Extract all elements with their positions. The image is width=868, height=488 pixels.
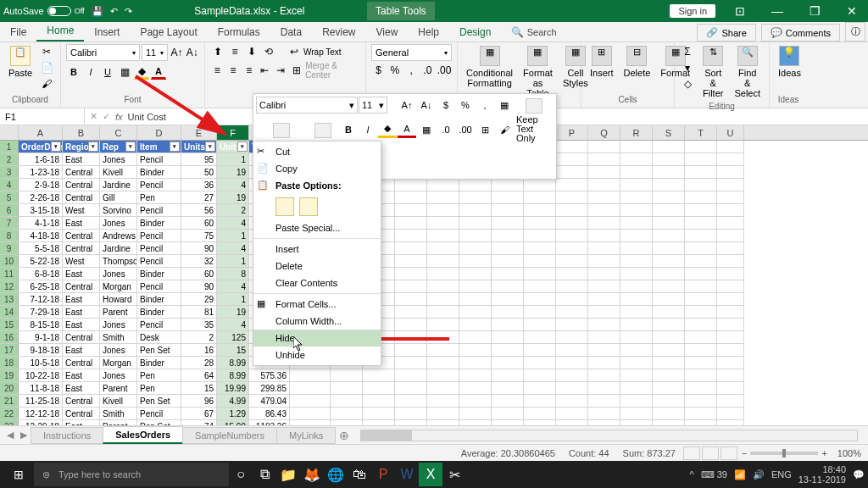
- cortana-icon[interactable]: ○: [229, 463, 253, 486]
- app-word-icon[interactable]: W: [395, 463, 419, 486]
- signin-button[interactable]: Sign in: [670, 4, 715, 18]
- app-excel-icon[interactable]: X: [419, 463, 442, 486]
- table-cell[interactable]: East: [63, 293, 100, 306]
- mini-font-combo[interactable]: Calibri▾: [256, 97, 358, 114]
- zoom-level[interactable]: 100%: [837, 448, 861, 458]
- col-header-E[interactable]: E: [181, 125, 217, 140]
- decrease-font-icon[interactable]: A↓: [186, 45, 199, 60]
- app-explorer-icon[interactable]: 📁: [276, 463, 300, 486]
- table-cell[interactable]: Binder: [137, 306, 181, 319]
- table-cell[interactable]: 1: [217, 230, 249, 242]
- table-cell[interactable]: Pencil: [137, 242, 181, 255]
- border-button[interactable]: ▦: [117, 64, 132, 80]
- font-name-combo[interactable]: Calibri▾: [66, 44, 140, 61]
- align-bottom-icon[interactable]: ⬇: [244, 44, 259, 59]
- mini-size-combo[interactable]: 11▾: [359, 97, 387, 114]
- table-cell[interactable]: 56: [181, 204, 217, 217]
- orientation-icon[interactable]: ⟲: [261, 44, 276, 59]
- clear-icon[interactable]: ◇: [680, 76, 695, 92]
- table-cell[interactable]: 28: [181, 357, 217, 369]
- font-color-button[interactable]: A: [151, 64, 166, 80]
- table-cell[interactable]: 4.99: [217, 395, 249, 408]
- sheet-instructions[interactable]: Instructions: [31, 427, 103, 444]
- table-cell[interactable]: Binder: [137, 268, 181, 280]
- table-cell[interactable]: 96: [181, 395, 217, 408]
- col-header-R[interactable]: R: [620, 125, 653, 140]
- table-cell[interactable]: East: [63, 382, 100, 395]
- ctx-clear-contents[interactable]: Clear Contents: [253, 274, 381, 291]
- table-cell[interactable]: Smith: [100, 408, 137, 420]
- tab-formulas[interactable]: Formulas: [208, 23, 270, 42]
- table-cell[interactable]: East: [63, 306, 100, 319]
- col-header-F[interactable]: F: [217, 125, 249, 140]
- mini-percent-icon[interactable]: %: [456, 97, 475, 114]
- table-cell[interactable]: Pen: [137, 382, 181, 395]
- app-firefox-icon[interactable]: 🦊: [300, 463, 324, 486]
- table-cell[interactable]: 1183.26: [249, 420, 290, 425]
- conditional-formatting-button[interactable]: ▦Conditional Formatting: [463, 44, 516, 90]
- table-cell[interactable]: 1.29: [217, 408, 249, 420]
- table-cell[interactable]: 12-29-18: [19, 420, 63, 425]
- table-cell[interactable]: 36: [181, 179, 217, 191]
- table-cell[interactable]: West: [63, 255, 100, 268]
- mini-fontcolor-icon[interactable]: A: [398, 121, 416, 138]
- horizontal-scrollbar[interactable]: [360, 430, 858, 441]
- table-cell[interactable]: Howard: [100, 293, 137, 306]
- table-cell[interactable]: Pen Set: [137, 395, 181, 408]
- table-cell[interactable]: 19.99: [217, 382, 249, 395]
- table-cell[interactable]: East: [63, 153, 100, 166]
- tray-input-icon[interactable]: ⌨ 39: [701, 469, 727, 480]
- mini-inc-decimal-icon[interactable]: .0: [437, 121, 455, 138]
- table-cell[interactable]: 2: [181, 331, 217, 344]
- table-cell[interactable]: 4: [217, 179, 249, 191]
- table-cell[interactable]: 4: [217, 280, 249, 293]
- sheet-nav-next[interactable]: ▶: [17, 430, 31, 441]
- table-cell[interactable]: East: [63, 268, 100, 280]
- fx-icon[interactable]: fx: [115, 112, 123, 122]
- table-cell[interactable]: Binder: [137, 217, 181, 230]
- col-header-T[interactable]: T: [685, 125, 717, 140]
- table-cell[interactable]: 15: [181, 382, 217, 395]
- table-cell[interactable]: Pencil: [137, 255, 181, 268]
- table-cell[interactable]: Gill: [100, 191, 137, 204]
- table-cell[interactable]: 90: [181, 242, 217, 255]
- sheet-nav-prev[interactable]: ◀: [3, 430, 17, 441]
- table-cell[interactable]: 8-15-18: [19, 319, 63, 331]
- tab-home[interactable]: Home: [36, 21, 84, 42]
- table-cell[interactable]: 19: [217, 191, 249, 204]
- autosum-icon[interactable]: Σ: [680, 44, 695, 59]
- col-header-D[interactable]: D: [137, 125, 181, 140]
- sheet-samplenumbers[interactable]: SampleNumbers: [182, 427, 277, 444]
- add-sheet-button[interactable]: ⊕: [335, 429, 353, 442]
- col-header-A[interactable]: A: [19, 125, 63, 140]
- col-header-Q[interactable]: Q: [588, 125, 620, 140]
- table-cell[interactable]: Parent: [100, 382, 137, 395]
- table-cell[interactable]: Pen: [137, 369, 181, 382]
- table-cell[interactable]: 2-26-18: [19, 191, 63, 204]
- table-cell[interactable]: 4: [217, 242, 249, 255]
- table-cell[interactable]: 2: [217, 204, 249, 217]
- align-middle-icon[interactable]: ≡: [227, 44, 242, 59]
- table-cell[interactable]: 1: [217, 255, 249, 268]
- table-cell[interactable]: Pencil: [137, 179, 181, 191]
- table-cell[interactable]: 9-1-18: [19, 331, 63, 344]
- close-icon[interactable]: ✕: [839, 4, 865, 18]
- view-normal-icon[interactable]: [683, 446, 700, 460]
- table-cell[interactable]: East: [63, 420, 100, 425]
- app-powerpoint-icon[interactable]: P: [371, 463, 395, 486]
- table-header[interactable]: Item▾: [137, 141, 181, 153]
- table-cell[interactable]: 7-29-18: [19, 306, 63, 319]
- table-cell[interactable]: 19: [217, 166, 249, 179]
- table-cell[interactable]: Morgan: [100, 357, 137, 369]
- table-cell[interactable]: Kivell: [100, 166, 137, 179]
- table-cell[interactable]: Central: [63, 408, 100, 420]
- find-select-button[interactable]: 🔍Find & Select: [731, 44, 764, 100]
- paste-option-1[interactable]: [275, 197, 294, 216]
- table-cell[interactable]: Jones: [100, 217, 137, 230]
- table-header[interactable]: OrderDate▾: [19, 141, 63, 153]
- table-cell[interactable]: Sorvino: [100, 204, 137, 217]
- table-cell[interactable]: West: [63, 204, 100, 217]
- tray-up-icon[interactable]: ^: [689, 469, 693, 480]
- mini-keep-text-button[interactable]: Keep Text Only: [515, 97, 554, 145]
- table-cell[interactable]: Binder: [137, 293, 181, 306]
